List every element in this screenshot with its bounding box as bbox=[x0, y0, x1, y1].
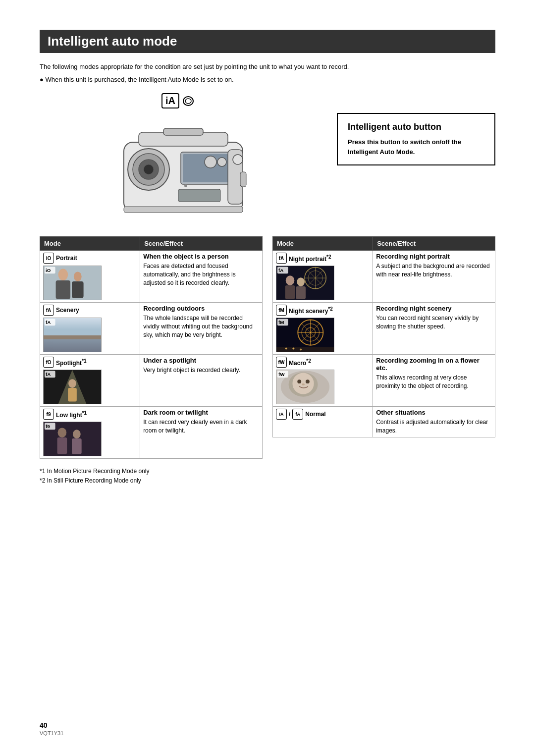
svg-point-43 bbox=[73, 430, 81, 438]
mode-cell-macro: fW Macro*2 bbox=[273, 355, 373, 407]
svg-point-70 bbox=[292, 348, 294, 350]
scene-desc-nightscenery: You can record night scenery vividly by … bbox=[376, 314, 492, 331]
scene-desc-nightportrait: A subject and the background are recorde… bbox=[376, 262, 492, 279]
scene-title-lowlight: Dark room or twilight bbox=[143, 409, 259, 416]
table-row: f9 Low light*1 bbox=[40, 407, 263, 459]
portrait-label: Portrait bbox=[56, 255, 77, 262]
mode-icon-row-spotlight: fO Spotlight*1 bbox=[43, 357, 137, 368]
mode-cell-spotlight: fO Spotlight*1 bbox=[40, 355, 140, 407]
section-title: Intelligent auto mode bbox=[40, 30, 495, 53]
svg-rect-24 bbox=[56, 280, 70, 299]
svg-point-78 bbox=[297, 379, 301, 383]
scene-title-nightscenery: Recording night scenery bbox=[376, 305, 492, 312]
svg-rect-18 bbox=[124, 207, 243, 213]
spotlight-image: fA bbox=[43, 370, 102, 404]
nightportrait-sup: *2 bbox=[326, 254, 331, 260]
svg-point-56 bbox=[297, 277, 305, 286]
scene-cell-normal: Other situations Contrast is adjusted au… bbox=[373, 407, 495, 437]
footnote-1: *1 In Motion Picture Recording Mode only bbox=[40, 467, 495, 476]
footnote-2: *2 In Still Picture Recording Mode only bbox=[40, 476, 495, 486]
svg-rect-42 bbox=[57, 437, 67, 454]
scene-cell-spotlight: Under a spotlight Very bright object is … bbox=[140, 355, 263, 407]
right-col2-header: Scene/Effect bbox=[373, 237, 495, 251]
scene-title-macro: Recording zooming in on a flower etc. bbox=[376, 357, 492, 372]
ia-button-box: Intelligent auto button Press this butto… bbox=[337, 113, 495, 165]
page-number: 40 bbox=[40, 721, 63, 729]
svg-rect-26 bbox=[72, 281, 84, 298]
nightscenery-badge: fM bbox=[276, 305, 287, 316]
spotlight-sup: *1 bbox=[82, 358, 86, 364]
top-section: iA bbox=[40, 93, 495, 221]
footnotes: *1 In Motion Picture Recording Mode only… bbox=[40, 467, 495, 486]
scene-cell-scenery: Recording outdoors The whole landscape w… bbox=[140, 303, 263, 355]
spotlight-badge: fO bbox=[43, 357, 54, 368]
svg-rect-11 bbox=[163, 128, 203, 135]
page-container: Intelligent auto mode The following mode… bbox=[0, 0, 535, 756]
svg-rect-37 bbox=[68, 388, 77, 402]
mode-cell-normal: IA / fA Normal bbox=[273, 407, 373, 437]
mode-icon-row-nightportrait: fA Night portrait*2 bbox=[276, 253, 370, 264]
scenery-label: Scenery bbox=[56, 307, 79, 314]
intro-text: The following modes appropriate for the … bbox=[40, 62, 495, 72]
ia-badge: iA bbox=[161, 93, 179, 108]
scene-cell-lowlight: Dark room or twilight It can record very… bbox=[140, 407, 263, 459]
table-row: fM Night scenery*2 bbox=[273, 303, 495, 355]
mode-icon-row: iO Portrait bbox=[43, 253, 137, 264]
mode-cell-nightscenery: fM Night scenery*2 bbox=[273, 303, 373, 355]
camera-area: iA bbox=[40, 93, 317, 221]
scene-title-scenery: Recording outdoors bbox=[143, 305, 259, 312]
svg-point-13 bbox=[217, 158, 226, 166]
table-row: IA / fA Normal Other situations Contrast… bbox=[273, 407, 495, 437]
svg-point-17 bbox=[184, 184, 187, 187]
model-code: VQT1Y31 bbox=[40, 730, 63, 736]
scene-title-nightportrait: Recording night portrait bbox=[376, 253, 492, 260]
mode-cell-portrait: iO Portrait bbox=[40, 251, 140, 303]
nightscenery-label: Night scenery*2 bbox=[289, 306, 333, 315]
svg-text:fA: fA bbox=[46, 372, 51, 377]
ia-button-desc: Press this button to switch on/off the I… bbox=[348, 137, 484, 157]
normal-badge-ia: IA bbox=[276, 409, 287, 420]
scene-cell-nightscenery: Recording night scenery You can record n… bbox=[373, 303, 495, 355]
microphone-icon bbox=[181, 96, 195, 107]
mode-icon-row-lowlight: f9 Low light*1 bbox=[43, 409, 137, 420]
macro-label: Macro*2 bbox=[289, 358, 311, 367]
spotlight-label: Spotlight*1 bbox=[56, 358, 86, 367]
svg-rect-30 bbox=[44, 337, 101, 352]
svg-point-1 bbox=[185, 99, 191, 104]
lowlight-sup: *1 bbox=[82, 410, 87, 416]
scene-desc-macro: This allows recording at very close prox… bbox=[376, 374, 492, 390]
scene-desc-scenery: The whole landscape will be recorded viv… bbox=[143, 314, 259, 339]
nightscenery-image: fM bbox=[276, 318, 334, 352]
table-row: fW Macro*2 bbox=[273, 355, 495, 407]
scene-desc-portrait: Faces are detected and focused automatic… bbox=[143, 262, 259, 287]
scene-desc-normal: Contrast is adjusted automatically for c… bbox=[376, 418, 492, 435]
svg-point-36 bbox=[68, 379, 76, 388]
scene-cell-nightportrait: Recording night portrait A subject and t… bbox=[373, 251, 495, 303]
svg-point-41 bbox=[58, 428, 67, 437]
nightscenery-sup: *2 bbox=[328, 306, 332, 312]
left-col2-header: Scene/Effect bbox=[140, 237, 263, 251]
scene-cell-macro: Recording zooming in on a flower etc. Th… bbox=[373, 355, 495, 407]
svg-text:fM: fM bbox=[278, 320, 284, 325]
svg-point-71 bbox=[300, 349, 302, 351]
svg-point-14 bbox=[233, 155, 243, 164]
bullet-text: When this unit is purchased, the Intelli… bbox=[40, 75, 495, 85]
camera-illustration bbox=[94, 112, 263, 221]
svg-point-25 bbox=[74, 271, 82, 281]
table-row: fA Scenery bbox=[40, 303, 263, 355]
normal-badge-fa: fA bbox=[292, 409, 303, 420]
mode-cell-nightportrait: fA Night portrait*2 bbox=[273, 251, 373, 303]
scenery-badge: fA bbox=[43, 305, 54, 316]
right-table: Mode Scene/Effect fA Night portrait*2 bbox=[272, 236, 495, 459]
svg-point-23 bbox=[58, 269, 68, 280]
scene-title-portrait: When the object is a person bbox=[143, 253, 259, 260]
svg-text:fA: fA bbox=[46, 320, 51, 325]
svg-rect-20 bbox=[178, 189, 220, 202]
svg-point-6 bbox=[144, 164, 154, 174]
svg-rect-57 bbox=[296, 286, 306, 299]
mode-icon-row-scenery: fA Scenery bbox=[43, 305, 137, 316]
normal-label: Normal bbox=[305, 411, 325, 418]
svg-rect-55 bbox=[285, 285, 295, 299]
svg-rect-68 bbox=[276, 347, 334, 352]
macro-image: fW bbox=[276, 370, 334, 404]
